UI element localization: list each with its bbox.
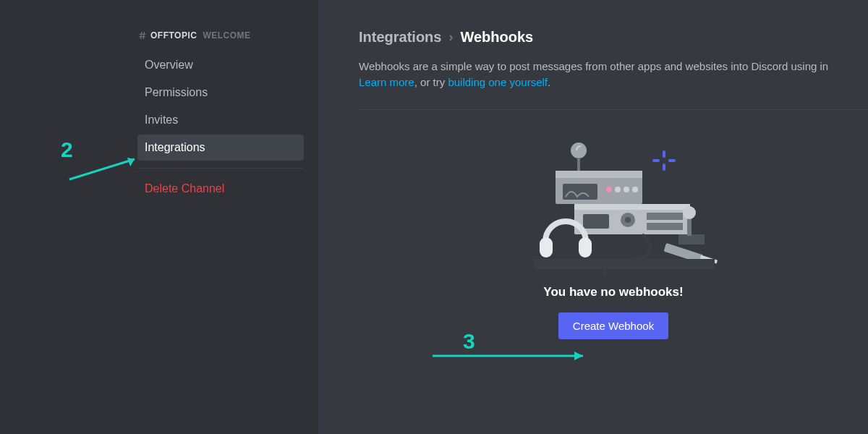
sidebar-item-label: Invites <box>145 114 178 126</box>
svg-rect-14 <box>574 204 690 210</box>
sidebar-item-label: Permissions <box>145 86 208 98</box>
sidebar-item-delete-channel[interactable]: Delete Channel <box>137 176 304 202</box>
empty-state-heading: You have no webhooks! <box>543 285 683 299</box>
sidebar-item-label: Integrations <box>145 141 205 153</box>
svg-rect-25 <box>687 217 692 236</box>
button-label: Create Webhook <box>573 320 654 332</box>
settings-sidebar: OFFTOPIC WELCOME Overview Permissions In… <box>0 0 318 434</box>
svg-rect-3 <box>668 159 676 162</box>
breadcrumb-parent[interactable]: Integrations <box>359 29 441 46</box>
webhooks-empty-state: You have no webhooks! Create Webhook <box>359 130 868 339</box>
empty-illustration <box>505 130 722 275</box>
svg-rect-15 <box>583 214 609 229</box>
breadcrumb-current: Webhooks <box>460 29 533 46</box>
webhooks-description: Webhooks are a simple way to post messag… <box>359 59 868 90</box>
svg-rect-2 <box>652 159 660 162</box>
hash-icon <box>137 30 148 41</box>
svg-point-4 <box>571 142 587 158</box>
sidebar-item-overview[interactable]: Overview <box>137 52 304 78</box>
breadcrumb: Integrations › Webhooks <box>359 29 868 46</box>
sidebar-header: OFFTOPIC WELCOME <box>137 29 304 42</box>
chevron-right-icon: › <box>448 30 453 45</box>
create-webhook-button[interactable]: Create Webhook <box>558 312 668 339</box>
svg-rect-7 <box>556 171 642 178</box>
svg-point-9 <box>606 187 612 192</box>
sidebar-item-invites[interactable]: Invites <box>137 107 304 133</box>
learn-more-link[interactable]: Learn more <box>359 76 414 88</box>
svg-rect-0 <box>663 150 665 158</box>
main-content: Integrations › Webhooks Webhooks are a s… <box>318 0 868 434</box>
svg-point-26 <box>683 206 696 219</box>
description-text-2: , or try <box>414 76 448 88</box>
svg-rect-23 <box>647 223 683 230</box>
svg-rect-22 <box>647 213 683 220</box>
sidebar-divider <box>137 168 304 169</box>
svg-rect-31 <box>534 259 715 269</box>
svg-rect-1 <box>663 163 665 171</box>
section-label: WELCOME <box>203 30 250 41</box>
svg-rect-27 <box>540 237 553 258</box>
svg-point-21 <box>625 217 631 223</box>
sidebar-item-integrations[interactable]: Integrations <box>137 135 304 161</box>
svg-rect-24 <box>678 234 705 244</box>
description-text-3: . <box>548 76 550 88</box>
channel-name: OFFTOPIC <box>150 30 197 41</box>
content-divider <box>359 109 868 110</box>
sidebar-item-label: Delete Channel <box>145 182 224 195</box>
description-text-1: Webhooks are a simple way to post messag… <box>359 60 828 72</box>
svg-point-10 <box>615 187 621 192</box>
build-yourself-link[interactable]: building one yourself <box>448 76 548 88</box>
svg-rect-28 <box>579 237 592 258</box>
sidebar-item-label: Overview <box>145 59 193 71</box>
svg-point-11 <box>624 187 629 192</box>
svg-rect-8 <box>563 184 597 200</box>
svg-point-12 <box>632 187 638 192</box>
sidebar-item-permissions[interactable]: Permissions <box>137 80 304 106</box>
